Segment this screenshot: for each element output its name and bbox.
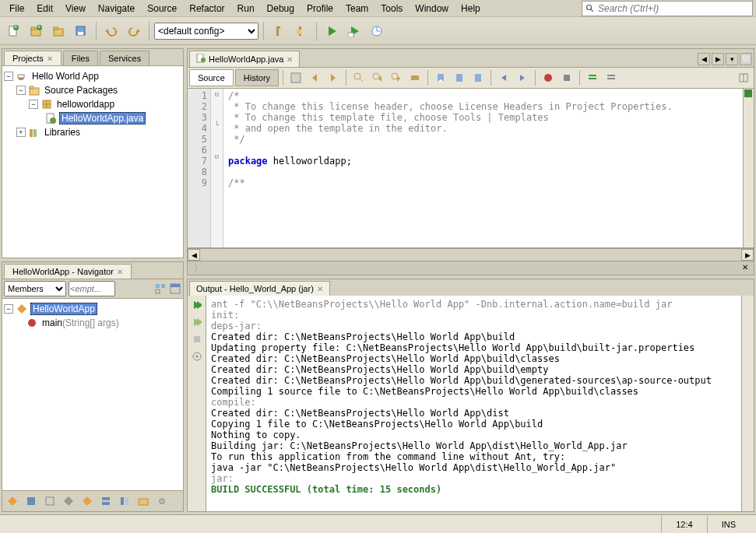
tree-twisty[interactable]: − (16, 86, 26, 95)
stop-macro-icon[interactable] (558, 69, 575, 86)
new-project-button[interactable]: + (26, 21, 46, 41)
non-public-icon[interactable] (60, 493, 77, 510)
maximize-button[interactable]: ⬜ (740, 53, 752, 65)
save-all-button[interactable] (71, 21, 91, 41)
menu-profile[interactable]: Profile (301, 2, 339, 16)
menu-navigate[interactable]: Navigate (92, 2, 141, 16)
forward-icon[interactable] (325, 69, 342, 86)
find-prev-icon[interactable] (369, 69, 386, 86)
projects-tree[interactable]: − Hello World App − Source Packages − he… (2, 66, 183, 258)
menu-run[interactable]: Run (231, 2, 261, 16)
settings-icon[interactable] (191, 350, 203, 363)
shift-right-icon[interactable] (514, 69, 531, 86)
editor-tab[interactable]: HelloWorldApp.java ✕ (189, 51, 300, 67)
split-icon[interactable] (735, 69, 752, 86)
tree-twisty[interactable]: − (29, 100, 38, 109)
method-node[interactable]: main(String[] args) (40, 317, 121, 328)
libraries-node[interactable]: Libraries (43, 127, 82, 138)
menu-debug[interactable]: Debug (261, 2, 301, 16)
clean-build-button[interactable] (291, 21, 311, 41)
fields-icon[interactable] (23, 493, 40, 510)
menu-help[interactable]: Help (455, 2, 487, 16)
rerun-alt-icon[interactable] (191, 316, 203, 328)
comment-icon[interactable] (584, 69, 601, 86)
tree-twisty[interactable]: − (4, 304, 13, 314)
error-strip[interactable] (743, 89, 754, 247)
subtab-source[interactable]: Source (189, 69, 234, 86)
menu-window[interactable]: Window (409, 2, 455, 16)
menu-file[interactable]: File (3, 2, 30, 16)
code-editor[interactable]: 123456789 ⊟└⊟ /* * To change this licens… (188, 89, 754, 248)
static-icon[interactable] (41, 493, 58, 510)
find-next-icon[interactable] (388, 69, 405, 86)
java-file-node[interactable]: HelloWorldApp.java (59, 112, 146, 124)
uncomment-icon[interactable] (603, 69, 620, 86)
tab-projects[interactable]: Projects✕ (4, 51, 62, 65)
debug-button[interactable] (344, 21, 364, 41)
sort-pos-icon[interactable] (97, 493, 114, 510)
open-project-button[interactable] (48, 21, 69, 41)
navigator-filter-input[interactable] (69, 281, 115, 296)
code-text[interactable]: /* * To change this license header, choo… (223, 89, 743, 247)
close-icon[interactable]: ✕ (317, 285, 323, 293)
tree-twisty[interactable]: − (4, 72, 13, 81)
navigator-tree[interactable]: − HelloWorldApp main(String[] args) (2, 299, 183, 490)
next-tab-button[interactable]: ▶ (712, 53, 724, 65)
find-selection-icon[interactable] (350, 69, 367, 86)
tree-twisty[interactable]: + (16, 128, 26, 137)
config-select[interactable]: <default config> (154, 23, 258, 40)
search-box[interactable] (582, 1, 753, 16)
toggle-highlight-icon[interactable] (406, 69, 424, 86)
toggle-bookmark-icon[interactable] (469, 69, 487, 86)
inherited-icon[interactable] (4, 493, 21, 510)
menu-view[interactable]: View (59, 2, 92, 16)
undo-button[interactable] (101, 21, 121, 41)
source-packages-node[interactable]: Source Packages (43, 85, 119, 96)
package-node[interactable]: helloworldapp (55, 99, 116, 110)
menu-source[interactable]: Source (141, 2, 183, 16)
close-icon[interactable]: ✕ (117, 268, 123, 276)
menu-team[interactable]: Team (339, 2, 374, 16)
menu-edit[interactable]: Edit (30, 2, 59, 16)
view-toggle-icon[interactable] (154, 282, 167, 295)
redo-button[interactable] (124, 21, 144, 41)
prev-bookmark-icon[interactable] (432, 69, 449, 86)
output-tab[interactable]: Output - Hello_World_App (jar) ✕ (189, 281, 330, 296)
profile-button[interactable] (367, 21, 387, 41)
next-bookmark-icon[interactable] (451, 69, 468, 86)
fold-gutter[interactable]: ⊟└⊟ (211, 89, 223, 247)
fqn-icon[interactable] (116, 493, 133, 510)
rerun-icon[interactable] (191, 299, 203, 311)
panel-toggle-icon[interactable] (169, 282, 181, 295)
close-panel-icon[interactable]: ✕ (740, 263, 751, 274)
shift-left-icon[interactable] (495, 69, 512, 86)
scroll-left-icon[interactable]: ◀ (188, 249, 200, 261)
close-icon[interactable]: ✕ (47, 54, 53, 63)
menu-tools[interactable]: Tools (374, 2, 409, 16)
new-file-button[interactable]: + (3, 21, 23, 41)
tab-list-button[interactable]: ▾ (726, 53, 738, 65)
tab-navigator[interactable]: HelloWorldApp - Navigator✕ (4, 264, 132, 279)
class-node[interactable]: HelloWorldApp (30, 303, 97, 315)
start-macro-icon[interactable] (540, 69, 557, 86)
sort-alpha-icon[interactable] (79, 493, 96, 510)
scroll-right-icon[interactable]: ▶ (741, 249, 754, 261)
output-scrollbar[interactable] (741, 296, 754, 511)
menu-refactor[interactable]: Refactor (183, 2, 230, 16)
prev-tab-button[interactable]: ◀ (698, 53, 710, 65)
project-node[interactable]: Hello World App (30, 71, 100, 82)
tab-services[interactable]: Services (100, 51, 149, 65)
back-icon[interactable] (306, 69, 323, 86)
filter-icon[interactable]: ⚙ (153, 493, 171, 510)
h-scrollbar[interactable]: ◀ ▶ (188, 248, 754, 261)
output-text[interactable]: ant -f "C:\\NetBeansProjects\\Hello Worl… (206, 296, 741, 511)
auto-refresh-icon[interactable] (135, 493, 152, 510)
search-input[interactable] (598, 3, 749, 14)
close-icon[interactable]: ✕ (287, 55, 293, 64)
members-select[interactable]: Members (4, 281, 66, 296)
subtab-history[interactable]: History (235, 69, 279, 86)
tab-files[interactable]: Files (63, 51, 98, 65)
stop-icon[interactable] (191, 333, 203, 345)
build-button[interactable] (269, 21, 289, 41)
run-button[interactable] (322, 21, 342, 41)
